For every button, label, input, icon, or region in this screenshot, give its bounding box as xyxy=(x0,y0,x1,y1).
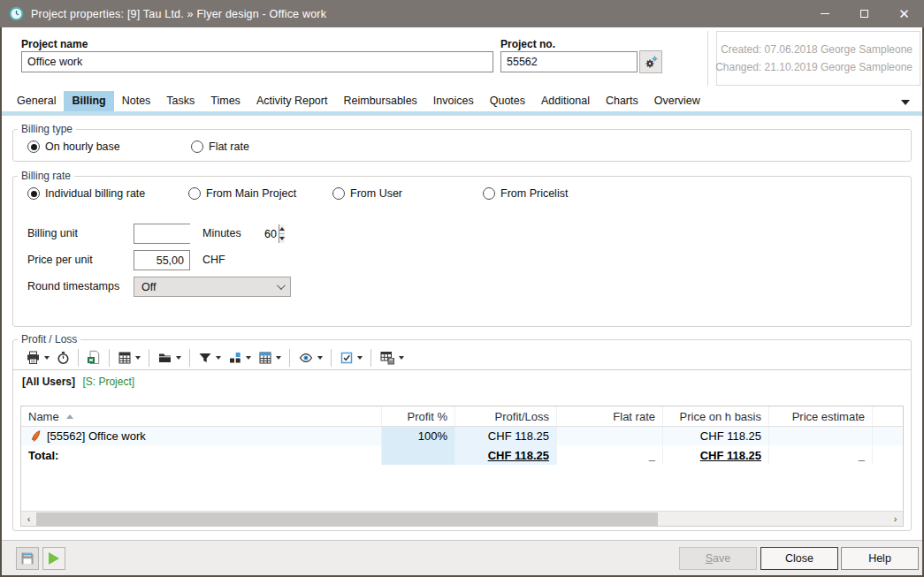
sum-table-button[interactable] xyxy=(114,348,144,368)
spin-up-button[interactable] xyxy=(279,224,285,234)
header-section: Project name Project no. Created: 07.06.… xyxy=(2,27,922,90)
toolbar-separator xyxy=(109,349,110,367)
print-button[interactable] xyxy=(22,348,53,368)
profit-loss-table: Name Profit % Profit/Loss Flat rate Pric… xyxy=(20,406,904,527)
project-no-label: Project no. xyxy=(500,38,555,50)
radio-flat-rate-circle[interactable] xyxy=(191,140,203,153)
radio-from-pricelist-circle[interactable] xyxy=(483,187,495,200)
visibility-button[interactable] xyxy=(294,348,326,368)
project-no-input[interactable] xyxy=(500,51,638,72)
grouping-button[interactable] xyxy=(225,348,255,368)
tab-billing[interactable]: Billing xyxy=(64,91,113,111)
stopwatch-icon xyxy=(57,351,70,365)
sum-table-icon xyxy=(118,351,132,365)
tab-quotes[interactable]: Quotes xyxy=(482,91,533,111)
total-label: Total: xyxy=(21,445,382,465)
billing-tab-content: Billing type On hourly base Flat rate Bi… xyxy=(2,123,922,549)
export-excel-button[interactable] xyxy=(83,347,104,368)
round-timestamps-select[interactable]: Off xyxy=(134,277,291,297)
stopwatch-button[interactable] xyxy=(53,348,73,368)
play-icon xyxy=(49,552,59,565)
col-header-profit-loss[interactable]: Profit/Loss xyxy=(455,406,557,426)
quick-save-button[interactable] xyxy=(16,547,39,570)
col-header-price-estimate[interactable]: Price estimate xyxy=(769,406,873,426)
audit-info-box: Created: 07.06.2018 George Sampleone Cha… xyxy=(716,31,920,86)
radio-from-user[interactable]: From User xyxy=(332,187,402,200)
help-button[interactable]: Help xyxy=(841,547,919,570)
radio-from-pricelist[interactable]: From Pricelist xyxy=(483,187,568,200)
grouping-icon xyxy=(228,351,242,365)
maximize-button[interactable] xyxy=(844,0,884,27)
window-title: Project properties: [9] Tau Ltd. » Flyer… xyxy=(31,8,326,20)
radio-on-hourly-base-circle[interactable] xyxy=(27,140,40,153)
billing-unit-spinner[interactable] xyxy=(134,224,190,244)
radio-main-project-circle[interactable] xyxy=(188,187,201,200)
folder-button[interactable] xyxy=(154,348,185,368)
tab-charts[interactable]: Charts xyxy=(598,91,646,111)
radio-on-hourly-base[interactable]: On hourly base xyxy=(27,140,120,153)
tab-reimbursables[interactable]: Reimbursables xyxy=(335,91,424,111)
row-flat-rate xyxy=(557,427,663,445)
save-button[interactable]: Save xyxy=(679,547,757,570)
close-button[interactable]: Close xyxy=(760,547,838,570)
floppy-disk-icon xyxy=(19,550,35,566)
dropdown-arrow-icon xyxy=(44,356,50,360)
spin-down-button[interactable] xyxy=(279,234,285,243)
tab-invoices[interactable]: Invoices xyxy=(425,91,482,111)
table-row[interactable]: [55562] Office work 100% CHF 118.25 CHF … xyxy=(21,427,903,445)
radio-flat-rate[interactable]: Flat rate xyxy=(191,140,249,153)
tab-notes[interactable]: Notes xyxy=(114,91,159,111)
tab-additional[interactable]: Additional xyxy=(533,91,598,111)
sort-asc-icon xyxy=(66,414,73,419)
dropdown-arrow-icon xyxy=(246,356,251,360)
project-name-input[interactable] xyxy=(21,51,493,72)
table-total-row: Total: CHF 118.25 _ CHF 118.25 _ xyxy=(21,445,903,465)
filter-button[interactable] xyxy=(195,348,225,368)
table-layout-save-icon xyxy=(379,350,395,365)
price-per-unit-input[interactable] xyxy=(134,250,190,270)
scroll-right-icon[interactable]: › xyxy=(888,512,903,527)
tab-activity-report[interactable]: Activity Report xyxy=(248,91,336,111)
gear-icon xyxy=(644,55,659,70)
scroll-left-icon[interactable]: ‹ xyxy=(21,512,36,527)
col-header-price-h-basis[interactable]: Price on h basis xyxy=(663,406,769,426)
col-header-flat-rate[interactable]: Flat rate xyxy=(557,406,663,426)
tab-tasks[interactable]: Tasks xyxy=(158,91,202,111)
table-header-row: Name Profit % Profit/Loss Flat rate Pric… xyxy=(21,406,903,427)
tab-overflow-icon[interactable] xyxy=(901,100,910,105)
tab-underline-bar xyxy=(2,111,922,116)
radio-individual-billing-rate[interactable]: Individual billing rate xyxy=(27,187,145,200)
total-profit-loss: CHF 118.25 xyxy=(455,445,557,465)
minimize-button[interactable] xyxy=(805,0,844,27)
checkbox-filter-button[interactable] xyxy=(336,348,366,368)
radio-individual-circle[interactable] xyxy=(27,187,40,200)
calculator-button[interactable] xyxy=(255,348,285,368)
col-header-profit-pct[interactable]: Profit % xyxy=(382,406,455,426)
scrollbar-track[interactable] xyxy=(36,512,888,527)
row-profit-pct: 100% xyxy=(382,427,455,445)
col-header-name-label: Name xyxy=(28,410,59,423)
toolbar-separator xyxy=(331,349,332,367)
dropdown-arrow-icon xyxy=(357,356,363,360)
dropdown-arrow-icon xyxy=(317,356,323,360)
col-header-name[interactable]: Name xyxy=(21,406,382,426)
start-timer-button[interactable] xyxy=(42,547,65,570)
billing-type-group: Billing type On hourly base Flat rate xyxy=(12,123,912,162)
dropdown-arrow-icon xyxy=(399,356,404,360)
radio-from-main-project[interactable]: From Main Project xyxy=(188,187,296,200)
tab-general[interactable]: General xyxy=(9,91,64,111)
radio-from-user-circle[interactable] xyxy=(332,187,345,200)
scrollbar-thumb[interactable] xyxy=(36,512,658,526)
tab-times[interactable]: Times xyxy=(202,91,248,111)
table-layout-save-button[interactable] xyxy=(376,347,408,368)
project-no-settings-button[interactable] xyxy=(639,50,662,73)
print-icon xyxy=(26,351,41,365)
row-profit-loss: CHF 118.25 xyxy=(455,427,557,445)
close-window-button[interactable]: ✕ xyxy=(884,0,924,27)
billing-unit-suffix: Minutes xyxy=(202,227,241,239)
horizontal-scrollbar[interactable]: ‹ › xyxy=(21,511,903,526)
toolbar-separator xyxy=(189,349,190,367)
billing-type-legend: Billing type xyxy=(18,123,76,135)
tab-overview[interactable]: Overview xyxy=(646,91,708,111)
dropdown-arrow-icon xyxy=(176,356,181,360)
